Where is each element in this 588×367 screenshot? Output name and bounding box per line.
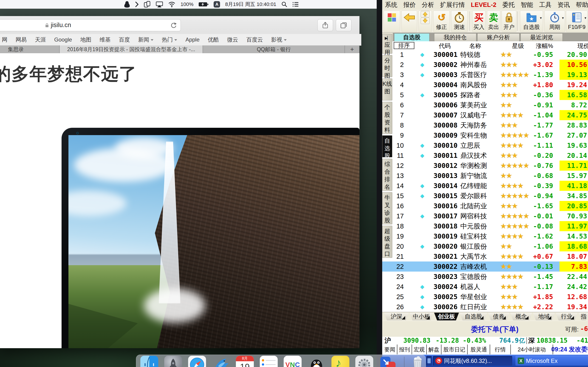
handoff-icon[interactable] [144, 1, 151, 8]
info-tab-股灵通[interactable]: 股灵通 [468, 344, 490, 354]
stock-name[interactable]: 吉峰农机 [460, 261, 487, 272]
stock-name[interactable]: 莱美药业 [460, 100, 487, 110]
stock-name[interactable]: 汉威电子 [460, 110, 487, 120]
spotlight-icon[interactable] [281, 1, 287, 7]
toolbar-button-买入[interactable]: 买买入 [472, 10, 485, 32]
menu-item-LEVEL-2[interactable]: LEVEL-2 [471, 1, 496, 8]
dock-icon-qq[interactable] [308, 356, 326, 367]
sidebar-item-超级盘口[interactable]: 超级盘口 [382, 226, 392, 258]
market-tab-沪深[interactable]: 沪深 [384, 313, 409, 320]
stock-name[interactable]: 天海防务 [460, 120, 487, 130]
table-row[interactable]: 15◆300015爱尔眼科★★★★★-0.9434.85 [382, 191, 588, 201]
airplay-icon[interactable] [156, 1, 163, 8]
dropdown-arrow-icon[interactable]: ▼ [539, 16, 542, 20]
stock-name[interactable]: 爱尔眼科 [460, 191, 487, 201]
menu-item-分析[interactable]: 分析 [422, 1, 434, 9]
wifi-icon[interactable] [168, 1, 175, 7]
stock-name[interactable]: 华测检测 [460, 161, 487, 171]
toolbar-button-开户[interactable]: 开户 [502, 10, 516, 32]
address-bar[interactable]: jisilu.cn [0, 19, 181, 31]
sidebar-item-自选股[interactable]: 自选股 [382, 135, 392, 157]
market-tab-债券[interactable]: 债券 [488, 313, 510, 320]
bookmark-item[interactable]: 热门 [162, 36, 177, 43]
bookmark-item[interactable]: 维基 [99, 36, 111, 43]
stock-code[interactable]: 300019 [432, 231, 458, 241]
stock-code[interactable]: 300022 [432, 261, 458, 272]
dock-icon-music[interactable]: ♪ [331, 356, 349, 367]
stock-name[interactable]: 乐普医疗 [460, 70, 487, 80]
news-ticker[interactable]: 09:24 发改委落 [551, 344, 588, 354]
sidebar-item-K线图[interactable]: K线图 [382, 78, 392, 100]
stock-code[interactable]: 300002 [432, 60, 458, 70]
stock-code[interactable]: 300016 [432, 201, 458, 211]
dock-icon-finder[interactable] [140, 356, 158, 367]
table-row[interactable]: 11◆300011鼎汉技术★★★-0.2020.14 [382, 150, 588, 161]
info-tab-要闻[interactable]: 要闻 [383, 344, 397, 354]
bookmark-item[interactable]: 优酷 [208, 36, 219, 43]
taskbar-button[interactable]: 同花顺(v8.60.32)... [433, 356, 512, 366]
dock-icon-trash[interactable] [409, 356, 426, 367]
stock-code[interactable]: 300005 [432, 90, 458, 100]
stock-code[interactable]: 300004 [432, 80, 458, 90]
stock-name[interactable]: 北陆药业 [460, 201, 487, 211]
stock-code[interactable]: 300023 [432, 272, 458, 282]
menu-item-系统[interactable]: 系统 [385, 1, 397, 9]
stock-name[interactable]: 安科生物 [460, 130, 487, 140]
bookmark-item[interactable]: 微云 [227, 36, 238, 43]
dock-icon-calendar[interactable]: 8月19 [236, 356, 254, 367]
sidebar-item-综合排名[interactable]: 综合排名 [382, 159, 392, 191]
stock-name[interactable]: 亿纬锂能 [460, 181, 487, 191]
table-row[interactable]: 3◆300003乐普医疗★★★★★-1.3919.13 [382, 70, 588, 80]
bookmark-item[interactable]: Google [54, 36, 72, 43]
table-row[interactable]: 5◆300005探路者★★★-0.3616.58 [382, 90, 588, 100]
stock-code[interactable]: 300018 [432, 221, 458, 231]
stock-code[interactable]: 300017 [432, 211, 458, 221]
table-row[interactable]: 10◆300010立思辰★★★★-1.1119.63 [382, 140, 588, 150]
stock-code[interactable]: 300025 [432, 292, 458, 302]
toolbar-button-F10/F9[interactable]: F10/F9▼ [566, 10, 588, 32]
menu-item-资讯[interactable]: 资讯 [557, 1, 570, 9]
bookmark-item[interactable]: Apple [185, 36, 199, 43]
table-row[interactable]: 8300008天海防务★★★-1.7728.83 [382, 120, 588, 130]
dock-icon-vnc[interactable]: VNC [284, 356, 302, 367]
market-tab-指[interactable]: 指 [578, 313, 588, 320]
menu-item-报价[interactable]: 报价 [403, 1, 416, 9]
dock-icon-safari[interactable] [188, 356, 206, 367]
table-row[interactable]: 23300023宝德股份★★★★-1.4522.44 [382, 272, 588, 282]
bookmark-item[interactable]: 新闻 [138, 36, 153, 43]
stock-code[interactable]: 300010 [432, 140, 458, 150]
table-row[interactable]: 18300018中元股份★★★★★-0.0811.97 [382, 221, 588, 231]
stock-code[interactable]: 300012 [432, 161, 458, 171]
stock-code[interactable]: 300020 [432, 241, 458, 251]
sz-label[interactable]: 深 [528, 337, 535, 344]
share-button[interactable] [317, 19, 333, 31]
view-tab-最近浏览[interactable]: 最近浏览 [520, 33, 563, 41]
view-tab-账户分析[interactable]: 账户分析 [477, 33, 519, 41]
stock-code[interactable]: 300013 [432, 171, 458, 181]
bookmark-item[interactable]: 天涯 [35, 36, 46, 43]
dock-icon-launchpad[interactable] [164, 356, 182, 367]
stock-code[interactable]: 300003 [432, 70, 458, 80]
stock-code[interactable]: 300015 [432, 191, 458, 201]
market-tab-地域[interactable]: 地域 [533, 313, 555, 320]
qq-penguin-icon[interactable] [124, 1, 130, 8]
table-row[interactable]: 12300012华测检测★★★★★-0.7611.71 [382, 161, 588, 171]
table-row[interactable]: 7300007汉威电子★★★★-1.0424.75 [382, 110, 588, 120]
tab-overview-button[interactable] [336, 19, 351, 31]
stock-name[interactable]: 特锐德 [460, 50, 480, 60]
stock-code[interactable]: 300011 [432, 150, 458, 161]
dropdown-arrow-icon[interactable]: ▼ [561, 16, 564, 20]
sidebar-item-分时图[interactable]: 分时图 [382, 55, 392, 77]
stock-name[interactable]: 探路者 [460, 90, 480, 100]
sidebar-item-个股资料[interactable]: 个股资料 [382, 102, 392, 134]
toolbar-button-window-grid-icon[interactable] [384, 10, 400, 32]
table-row[interactable]: 19300019硅宝科技★★★★-1.6214.53 [382, 231, 588, 241]
dock-icon-system-preferences[interactable] [355, 356, 373, 367]
market-tab-概念[interactable]: 概念 [510, 313, 532, 320]
view-tab-自选股[interactable]: 自选股 [394, 33, 430, 41]
table-row[interactable]: 24◆300024机器人★★★-1.1724.42 [382, 282, 588, 292]
table-row[interactable]: 17◆300017网宿科技★★★★★-0.0170.93 [382, 211, 588, 221]
column-header-名称[interactable]: 名称 [458, 42, 493, 50]
stock-name[interactable]: 大禹节水 [460, 251, 487, 261]
stock-name[interactable]: 鼎汉技术 [460, 150, 487, 161]
